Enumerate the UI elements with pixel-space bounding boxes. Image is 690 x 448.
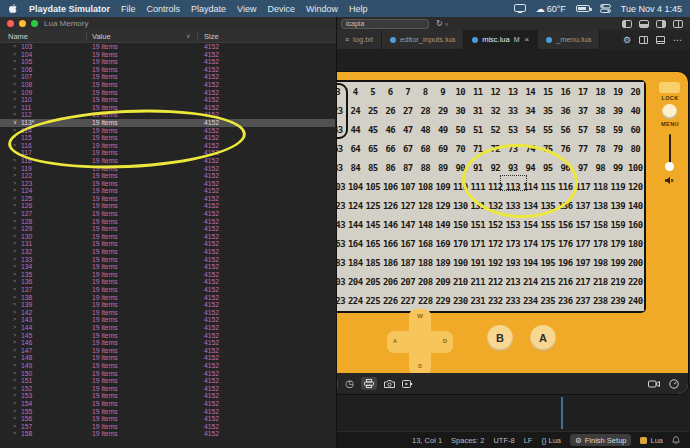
chevron-right-icon[interactable]: > bbox=[13, 187, 18, 195]
table-row[interactable]: >14319 items4152 bbox=[0, 316, 335, 324]
chevron-right-icon[interactable]: > bbox=[13, 332, 18, 340]
chevron-right-icon[interactable]: > bbox=[13, 309, 18, 317]
table-row[interactable]: >14819 items4152 bbox=[0, 354, 335, 362]
chevron-right-icon[interactable]: > bbox=[13, 225, 18, 233]
chevron-right-icon[interactable]: > bbox=[13, 89, 18, 97]
status-item-spaces-2[interactable]: Spaces: 2 bbox=[451, 436, 484, 445]
table-row[interactable]: >12719 items4152 bbox=[0, 210, 335, 218]
chevron-right-icon[interactable]: > bbox=[13, 271, 18, 279]
weather-item[interactable]: ☁ 60°F bbox=[536, 4, 566, 14]
crank-knob[interactable] bbox=[665, 162, 674, 171]
table-row[interactable]: >10319 items4152 bbox=[0, 43, 335, 51]
chevron-right-icon[interactable]: > bbox=[13, 248, 18, 256]
chevron-right-icon[interactable]: > bbox=[13, 400, 18, 408]
table-row[interactable]: >10419 items4152 bbox=[0, 51, 335, 59]
minimize-window-button[interactable] bbox=[19, 20, 26, 27]
control-center-icon[interactable] bbox=[600, 4, 611, 13]
chevron-right-icon[interactable]: > bbox=[13, 73, 18, 81]
table-row[interactable]: >10619 items4152 bbox=[0, 66, 335, 74]
lock-button[interactable] bbox=[659, 82, 680, 93]
table-row[interactable]: >15719 items4152 bbox=[0, 423, 335, 431]
chevron-right-icon[interactable]: > bbox=[13, 142, 18, 150]
a-button[interactable]: A bbox=[530, 325, 556, 351]
table-header[interactable]: Name Value ∨ Size bbox=[0, 30, 336, 43]
menu-item-controls[interactable]: Controls bbox=[147, 4, 181, 14]
table-row[interactable]: >11419 items4152 bbox=[0, 127, 335, 135]
status-item-finish-setup[interactable]: ⚙Finish Setup bbox=[570, 434, 631, 446]
status-item--lua[interactable]: {} Lua bbox=[541, 436, 561, 445]
display-mirroring-icon[interactable] bbox=[514, 4, 526, 13]
table-row[interactable]: >13619 items4152 bbox=[0, 278, 335, 286]
menu-item-help[interactable]: Help bbox=[349, 4, 368, 14]
chevron-right-icon[interactable]: > bbox=[13, 58, 18, 66]
command-center[interactable]: icapia bbox=[341, 19, 429, 29]
table-row[interactable]: >14519 items4152 bbox=[0, 332, 335, 340]
screen-record-icon[interactable] bbox=[402, 380, 413, 388]
chevron-right-icon[interactable]: > bbox=[13, 316, 18, 324]
chevron-right-icon[interactable]: > bbox=[13, 263, 18, 271]
status-item-lua[interactable]: Lua bbox=[640, 436, 663, 445]
chevron-right-icon[interactable]: > bbox=[13, 370, 18, 378]
menu-clock[interactable]: Tue Nov 4 1:45 bbox=[621, 4, 682, 14]
status-item-utf-8[interactable]: UTF-8 bbox=[493, 436, 514, 445]
chevron-right-icon[interactable]: > bbox=[13, 354, 18, 362]
chevron-right-icon[interactable]: > bbox=[13, 392, 18, 400]
chevron-right-icon[interactable]: > bbox=[13, 362, 18, 370]
table-row[interactable]: >13219 items4152 bbox=[0, 248, 335, 256]
column-name[interactable]: Name bbox=[8, 32, 28, 41]
table-row[interactable]: >15119 items4152 bbox=[0, 377, 335, 385]
chevron-right-icon[interactable]: > bbox=[13, 415, 18, 423]
more-actions-icon[interactable]: ⋯ bbox=[673, 35, 682, 45]
table-row[interactable]: ∨113*19 items4152 bbox=[0, 119, 335, 127]
menu-item-device[interactable]: Device bbox=[267, 4, 295, 14]
table-row[interactable]: >12519 items4152 bbox=[0, 195, 335, 203]
chevron-right-icon[interactable]: > bbox=[13, 149, 18, 157]
panel-sash[interactable] bbox=[561, 397, 563, 429]
table-row[interactable]: >15519 items4152 bbox=[0, 408, 335, 416]
tab-log.txt[interactable]: ≡log.txt bbox=[337, 30, 382, 49]
table-row[interactable]: >15619 items4152 bbox=[0, 415, 335, 423]
table-row[interactable]: >10819 items4152 bbox=[0, 81, 335, 89]
close-icon[interactable]: × bbox=[525, 35, 530, 44]
chevron-right-icon[interactable]: > bbox=[13, 157, 18, 165]
table-row[interactable]: >13419 items4152 bbox=[0, 263, 335, 271]
table-row[interactable]: >14419 items4152 bbox=[0, 324, 335, 332]
chevron-right-icon[interactable]: > bbox=[13, 218, 18, 226]
customize-layout-icon[interactable] bbox=[673, 20, 683, 28]
table-row[interactable]: >14219 items4152 bbox=[0, 309, 335, 317]
table-row[interactable]: >13119 items4152 bbox=[0, 240, 335, 248]
chevron-right-icon[interactable]: > bbox=[13, 66, 18, 74]
chevron-right-icon[interactable]: > bbox=[13, 180, 18, 188]
column-size[interactable]: Size bbox=[204, 32, 219, 41]
menu-app-name[interactable]: Playdate Simulator bbox=[29, 4, 110, 14]
chevron-right-icon[interactable]: > bbox=[13, 134, 18, 142]
table-row[interactable]: >13319 items4152 bbox=[0, 256, 335, 264]
chevron-right-icon[interactable]: > bbox=[13, 423, 18, 431]
column-divider[interactable] bbox=[86, 32, 87, 41]
chevron-right-icon[interactable]: > bbox=[13, 165, 18, 173]
chevron-right-icon[interactable]: > bbox=[13, 104, 18, 112]
performance-gauge-icon[interactable] bbox=[669, 379, 679, 389]
chevron-right-icon[interactable]: > bbox=[13, 377, 18, 385]
table-row[interactable]: >14719 items4152 bbox=[0, 347, 335, 355]
camera-icon[interactable] bbox=[384, 380, 395, 388]
table-row[interactable]: >11019 items4152 bbox=[0, 96, 335, 104]
table-row[interactable]: >10919 items4152 bbox=[0, 89, 335, 97]
table-row[interactable]: >11819 items4152 bbox=[0, 157, 335, 165]
close-window-button[interactable] bbox=[7, 20, 14, 27]
video-camera-icon[interactable] bbox=[648, 380, 660, 388]
status-item-lf[interactable]: LF bbox=[524, 436, 533, 445]
table-row[interactable]: >12319 items4152 bbox=[0, 180, 335, 188]
toggle-sidebar-icon[interactable] bbox=[622, 20, 632, 28]
column-divider[interactable] bbox=[197, 32, 198, 41]
zoom-window-button[interactable] bbox=[31, 20, 38, 27]
chevron-right-icon[interactable]: > bbox=[13, 195, 18, 203]
table-row[interactable]: >13019 items4152 bbox=[0, 233, 335, 241]
chevron-right-icon[interactable]: > bbox=[13, 301, 18, 309]
chevron-right-icon[interactable]: > bbox=[13, 286, 18, 294]
column-value[interactable]: Value bbox=[92, 32, 111, 41]
chevron-right-icon[interactable]: > bbox=[13, 51, 18, 59]
chevron-right-icon[interactable]: > bbox=[13, 210, 18, 218]
table-row[interactable]: >11119 items4152 bbox=[0, 104, 335, 112]
stopwatch-icon[interactable]: ◷ bbox=[345, 379, 354, 389]
